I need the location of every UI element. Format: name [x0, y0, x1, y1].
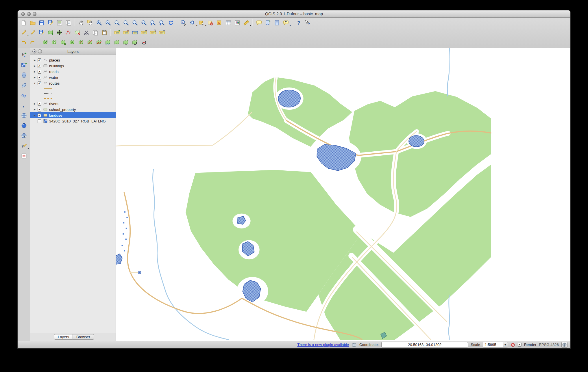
save-layer-edits-button[interactable]: [37, 28, 46, 37]
layer-item-rivers[interactable]: ▶✓rivers: [30, 101, 116, 107]
layer-item-landuse[interactable]: ▶✓landuse: [30, 112, 116, 118]
delete-part-button[interactable]: [86, 38, 95, 47]
plugin-icon[interactable]: [352, 342, 357, 347]
composer-manager-button[interactable]: [64, 18, 73, 27]
add-part-button[interactable]: [59, 38, 68, 47]
new-bookmark-button[interactable]: [263, 18, 272, 27]
show-bookmarks-button[interactable]: [272, 18, 281, 27]
layer-expander-icon[interactable]: ▶: [33, 59, 36, 62]
fill-ring-button[interactable]: [68, 38, 77, 47]
split-features-button[interactable]: [112, 38, 121, 47]
new-print-composer-button[interactable]: [55, 18, 64, 27]
tab-browser[interactable]: Browser: [73, 334, 94, 340]
offset-curve-button[interactable]: [103, 38, 112, 47]
panel-detach-button[interactable]: [38, 49, 42, 53]
layer-item-places[interactable]: ▶✓places: [30, 57, 116, 63]
layer-name[interactable]: routes: [49, 81, 60, 85]
select-features-button[interactable]: ▾: [197, 18, 206, 27]
layer-visibility-checkbox[interactable]: ✓: [38, 70, 41, 74]
delete-selected-button[interactable]: [73, 28, 82, 37]
layer-name[interactable]: buildings: [49, 64, 64, 68]
move-feature-button[interactable]: [55, 28, 64, 37]
identify-features-button[interactable]: i: [179, 18, 188, 27]
label-rotate-button[interactable]: abc: [148, 28, 157, 37]
layer-item-water[interactable]: ▶✓water: [30, 75, 116, 80]
remove-layer-button[interactable]: [19, 152, 28, 160]
merge-features-button[interactable]: [121, 38, 130, 47]
copy-features-button[interactable]: [91, 28, 100, 37]
zoom-full-button[interactable]: [112, 18, 121, 27]
layer-expander-icon[interactable]: ▶: [33, 76, 36, 79]
close-button[interactable]: [21, 12, 25, 16]
zoom-to-selection-button[interactable]: [121, 18, 130, 27]
whats-this-button[interactable]: ?: [303, 18, 312, 27]
layer-visibility-checkbox[interactable]: ✓: [38, 64, 41, 68]
undo-button[interactable]: [19, 38, 28, 47]
new-project-button[interactable]: [19, 18, 28, 27]
layer-name[interactable]: places: [49, 58, 60, 62]
zoom-out-button[interactable]: [103, 18, 112, 27]
label-highlight-button[interactable]: abc: [130, 28, 139, 37]
reshape-features-button[interactable]: [95, 38, 103, 47]
layer-name[interactable]: roads: [49, 70, 59, 74]
label-pin-button[interactable]: abc: [121, 28, 130, 37]
pan-map-button[interactable]: [77, 18, 86, 27]
layer-item-routes[interactable]: ▼✓routes: [30, 80, 116, 86]
add-postgis-layer-button[interactable]: [19, 71, 28, 79]
layer-name[interactable]: water: [49, 75, 58, 80]
layer-expander-icon[interactable]: ▶: [33, 70, 36, 73]
add-spatialite-layer-button[interactable]: [19, 81, 28, 90]
scale-combo[interactable]: ▾: [483, 342, 508, 347]
run-feature-action-button[interactable]: ▾: [188, 18, 197, 27]
layer-item-buildings[interactable]: ▶✓buildings: [30, 63, 116, 69]
zoom-in-button[interactable]: [95, 18, 103, 27]
save-project-button[interactable]: [37, 18, 46, 27]
layer-visibility-checkbox[interactable]: [38, 119, 41, 123]
map-refresh-button[interactable]: [166, 18, 175, 27]
pan-map-to-selection-button[interactable]: [86, 18, 95, 27]
layer-visibility-checkbox[interactable]: ✓: [38, 58, 41, 62]
minimize-button[interactable]: [27, 12, 31, 16]
layer-expander-icon[interactable]: ▶: [33, 108, 36, 111]
plugin-available-link[interactable]: There is a new plugin available: [297, 343, 349, 347]
layer-name[interactable]: rivers: [49, 102, 58, 106]
add-wcs-layer-button[interactable]: [19, 121, 28, 130]
layer-item-roads[interactable]: ▶✓roads: [30, 69, 116, 75]
layer-expander-icon[interactable]: ▼: [33, 82, 36, 85]
layer-expander-icon[interactable]: ▶: [33, 65, 36, 67]
layer-expander-icon[interactable]: ▶: [33, 114, 36, 117]
text-annotation-button[interactable]: T▾: [281, 18, 290, 27]
delete-ring-button[interactable]: [77, 38, 86, 47]
rotate-feature-button[interactable]: [130, 38, 139, 47]
open-attribute-table-button[interactable]: [224, 18, 233, 27]
layer-visibility-checkbox[interactable]: ✓: [38, 108, 41, 111]
zoom-to-layer-button[interactable]: [130, 18, 139, 27]
layer-visibility-checkbox[interactable]: ✓: [38, 102, 41, 106]
new-shapefile-layer-button[interactable]: V▾: [19, 142, 28, 150]
measure-button[interactable]: ▾: [242, 18, 251, 27]
map-tips-button[interactable]: [254, 18, 263, 27]
labeling-button[interactable]: abc: [112, 28, 121, 37]
crs-status-button[interactable]: [561, 342, 567, 348]
add-wfs-layer-button[interactable]: [19, 131, 28, 140]
add-mssql-layer-button[interactable]: [19, 91, 28, 100]
layer-name[interactable]: landuse: [49, 113, 62, 118]
rotate-point-symbols-button[interactable]: [139, 38, 148, 47]
render-checkbox[interactable]: ✓: [518, 343, 522, 347]
cut-features-button[interactable]: [82, 28, 91, 37]
add-ring-button[interactable]: [50, 38, 59, 47]
paste-features-button[interactable]: [100, 28, 109, 37]
layer-item-3420C_2010_327_RGB_LATLNG[interactable]: 3420C_2010_327_RGB_LATLNG: [30, 118, 116, 124]
label-properties-button[interactable]: abc: [157, 28, 166, 37]
scale-dropdown-arrow[interactable]: ▾: [503, 342, 508, 347]
dropdown-arrow-icon[interactable]: ▾: [250, 24, 251, 27]
toggle-editing-button[interactable]: [28, 28, 37, 37]
add-raster-layer-button[interactable]: [19, 61, 28, 69]
add-delimited-text-layer-button[interactable]: ,: [19, 101, 28, 110]
add-wms-layer-button[interactable]: [19, 111, 28, 120]
titlebar[interactable]: QGIS 2.0.1-Dufour – basic_map: [18, 10, 570, 18]
panel-close-button[interactable]: ×: [32, 49, 36, 53]
layer-name[interactable]: school_property: [49, 107, 76, 112]
layer-name[interactable]: 3420C_2010_327_RGB_LATLNG: [49, 119, 106, 123]
help-contents-button[interactable]: ?: [294, 18, 303, 27]
